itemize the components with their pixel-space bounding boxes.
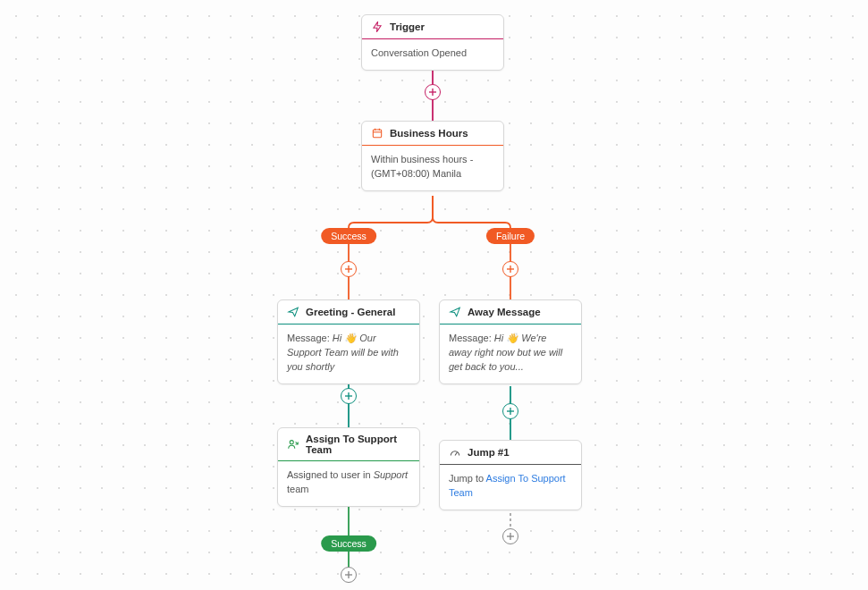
gauge-icon xyxy=(449,446,461,459)
svg-rect-2 xyxy=(373,130,381,138)
node-greeting-body: Message: Hi 👋 Our Support Team will be w… xyxy=(278,324,419,384)
node-jump[interactable]: Jump #1 Jump to Assign To Support Team xyxy=(439,440,582,510)
node-trigger-body: Conversation Opened xyxy=(362,39,503,70)
send-icon xyxy=(449,306,461,318)
node-away-message-body: Message: Hi 👋 We're away right now but w… xyxy=(440,324,581,384)
node-assign-title: Assign To Support Team xyxy=(306,434,410,455)
svg-point-14 xyxy=(290,441,293,444)
workflow-canvas[interactable]: Trigger Conversation Opened Business Hou… xyxy=(0,0,868,590)
node-assign-header: Assign To Support Team xyxy=(278,428,419,461)
node-greeting-header: Greeting - General xyxy=(278,300,419,324)
node-business-hours-header: Business Hours xyxy=(362,122,503,146)
end-success-pill: Success xyxy=(321,535,376,552)
node-assign-body: Assigned to user in Support team xyxy=(278,461,419,506)
calendar-icon xyxy=(371,127,383,139)
node-business-hours-body: Within business hours - (GMT+08:00) Mani… xyxy=(362,146,503,190)
user-assign-icon xyxy=(287,438,299,451)
node-business-hours[interactable]: Business Hours Within business hours - (… xyxy=(361,121,504,191)
node-jump-body: Jump to Assign To Support Team xyxy=(440,465,581,510)
node-assign[interactable]: Assign To Support Team Assigned to user … xyxy=(277,427,420,507)
node-trigger-title: Trigger xyxy=(390,21,425,32)
node-trigger[interactable]: Trigger Conversation Opened xyxy=(361,14,504,71)
node-away-message-title: Away Message xyxy=(468,307,541,317)
send-icon xyxy=(287,306,299,318)
add-step-button[interactable] xyxy=(502,528,518,544)
node-trigger-header: Trigger xyxy=(362,15,503,39)
node-greeting-title: Greeting - General xyxy=(306,307,395,317)
branch-failure-pill: Failure xyxy=(486,228,535,244)
node-jump-header: Jump #1 xyxy=(440,441,581,465)
spark-icon xyxy=(371,21,383,33)
add-step-button[interactable] xyxy=(341,567,357,583)
svg-line-15 xyxy=(455,452,457,456)
add-step-button[interactable] xyxy=(341,388,357,404)
node-business-hours-title: Business Hours xyxy=(390,128,468,139)
node-greeting[interactable]: Greeting - General Message: Hi 👋 Our Sup… xyxy=(277,299,420,384)
node-jump-title: Jump #1 xyxy=(468,447,510,458)
branch-success-pill: Success xyxy=(321,228,376,244)
add-step-button[interactable] xyxy=(341,261,357,277)
node-away-message[interactable]: Away Message Message: Hi 👋 We're away ri… xyxy=(439,299,582,384)
add-step-button[interactable] xyxy=(502,261,518,277)
add-step-button[interactable] xyxy=(502,403,518,419)
add-step-button[interactable] xyxy=(425,84,441,100)
node-away-message-header: Away Message xyxy=(440,300,581,324)
